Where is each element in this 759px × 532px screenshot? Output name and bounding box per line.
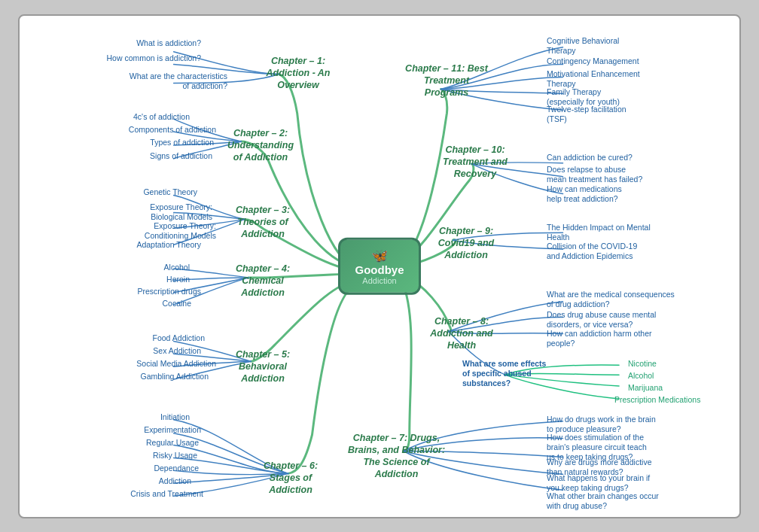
leaf-cbt: Cognitive BehavioralTherapy	[547, 36, 697, 56]
leaf-heroin: Heroin	[92, 275, 190, 284]
leaf-alcohol-sub: Alcohol	[628, 371, 718, 381]
leaf-brain-changes: What other brain changes occurwith drug …	[547, 491, 724, 511]
chapter-4: Chapter – 4:ChemicalAddiction	[221, 263, 304, 299]
chapter-10: Chapter – 10:Treatment andRecovery	[434, 144, 517, 181]
leaf-medications: How can medicationshelp treat addiction?	[547, 184, 712, 204]
chapter-9: Chapter – 9:Covid19 andAddiction	[425, 225, 508, 262]
leaf-effects-substances: What are some effectsof specific abuseds…	[462, 359, 568, 388]
chapter-6: Chapter – 6:Stages ofAddiction	[249, 460, 332, 497]
leaf-components: Components of addiction	[92, 125, 216, 135]
leaf-gambling: Gambling Addiction	[92, 372, 209, 382]
leaf-medical-consequences: What are the medical consequencesof drug…	[547, 290, 727, 309]
chapter-1: Chapter – 1:Addiction - AnOverview	[253, 55, 343, 92]
chapter-7: Chapter – 7: Drugs,Brains, and Behavior:…	[342, 432, 451, 481]
leaf-prescription-med: Prescription Medications	[614, 395, 735, 405]
leaf-can-be-cured: Can addiction be cured?	[547, 153, 712, 163]
leaf-characteristics: What are the characteristicsof addiction…	[103, 71, 227, 91]
leaf-genetic: Genetic Theory	[92, 187, 197, 197]
leaf-mental-disorders: Does drug abuse cause mentaldisorders, o…	[547, 310, 724, 330]
leaf-addiction-stage: Addiction	[92, 476, 191, 486]
leaf-exposure-bio: Exposure Theory:Biological Models	[96, 202, 212, 222]
leaf-drugs-brain: How do drugs work in the brainto produce…	[547, 415, 724, 434]
leaf-dependance: Dependance	[92, 464, 199, 473]
center-title: Goodbye	[352, 263, 407, 276]
leaf-hidden-impact: The Hidden Impact on MentalHealth	[547, 223, 712, 242]
leaf-motivational: Motivational EnhancementTherapy	[547, 69, 697, 89]
leaf-alcohol: Alcohol	[92, 263, 190, 272]
leaf-what-happens-brain: What happens to your brain ifyou keep ta…	[547, 473, 724, 493]
leaf-twelve-step: Twelve-step facilitation(TSF)	[547, 105, 697, 124]
leaf-adaptation: Adaptation Theory	[92, 240, 201, 250]
leaf-how-common: How common is addiction?	[88, 53, 201, 63]
leaf-experimentation: Experimentation	[92, 425, 201, 435]
leaf-socialmedia: Social Media Addiction	[92, 359, 216, 369]
leaf-harm-others: How can addiction harm otherpeople?	[547, 329, 712, 348]
leaf-4cs: 4c's of addiction	[84, 112, 190, 122]
leaf-food: Food Addiction	[92, 333, 205, 343]
leaf-what-is-addiction: What is addiction?	[88, 38, 201, 48]
chapter-3: Chapter – 3:Theories ofAddiction	[221, 204, 304, 241]
leaf-prescription: Prescription drugs	[92, 287, 201, 296]
leaf-initiation: Initiation	[92, 412, 190, 422]
center-icon: 🦋	[352, 247, 407, 263]
leaf-types: Types of addiction	[93, 138, 214, 147]
leaf-collision: Collision of the COVID-19and Addiction E…	[547, 242, 712, 261]
center-node: 🦋 Goodbye Addiction	[338, 237, 421, 295]
chapter-11: Chapter – 11: BestTreatmentPrograms	[394, 62, 499, 99]
chapter-2: Chapter – 2:Understandingof Addiction	[215, 127, 306, 164]
leaf-risky: Risky Usage	[92, 451, 197, 461]
chapter-8: Chapter – 8:Addiction andHealth	[420, 315, 503, 352]
leaf-regular: Regular Usage	[93, 438, 199, 448]
center-subtitle: Addiction	[352, 276, 407, 285]
leaf-cocaine: Cocaine	[92, 299, 191, 309]
leaf-signs: Signs of addiction	[96, 151, 212, 161]
leaf-nicotine: Nicotine	[628, 359, 718, 369]
leaf-sex: Sex Addiction	[92, 346, 201, 356]
leaf-contingency: Contingency Management	[547, 56, 697, 66]
leaf-crisis: Crisis and Treatment	[92, 489, 203, 499]
leaf-exposure-cond: Exposure Theory:Conditioning Models	[96, 221, 216, 241]
mindmap-container: 🦋 Goodbye Addiction Chapter – 1:Addictio…	[18, 14, 741, 518]
leaf-marijuana: Marijuana	[628, 383, 718, 393]
chapter-5: Chapter – 5:BehavioralAddiction	[221, 348, 304, 385]
leaf-relapse: Does relapse to abusemean treatment has …	[547, 165, 724, 184]
